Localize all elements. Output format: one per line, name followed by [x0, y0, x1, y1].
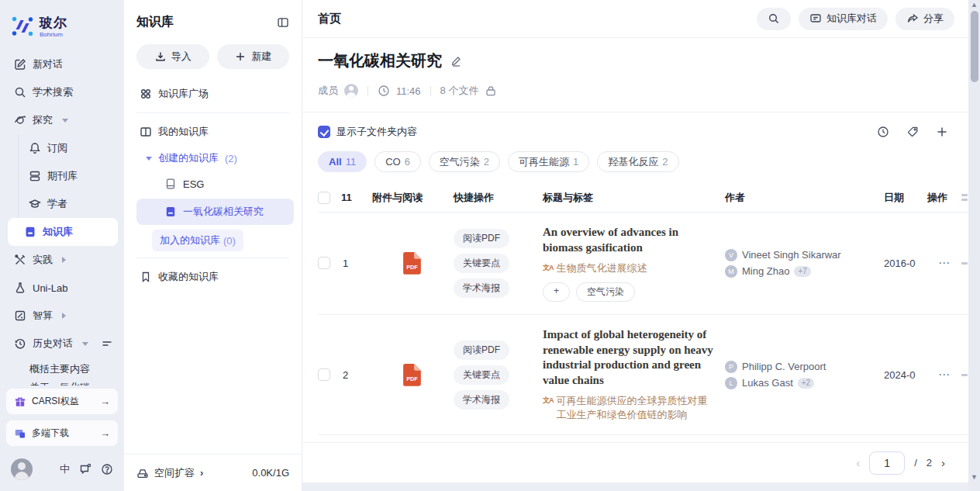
kb-chat-button[interactable]: 知识库对话	[799, 8, 888, 30]
col-quick-actions: 快捷操作	[454, 191, 543, 205]
share-button[interactable]: 分享	[895, 8, 954, 30]
my-kb-item[interactable]: 我的知识库	[124, 118, 302, 146]
history-item-summary[interactable]: 概括主要内容	[0, 358, 124, 381]
next-page-button[interactable]: ›	[941, 456, 945, 469]
storage-expand-link[interactable]: 空间扩容	[154, 466, 195, 480]
kb-item-esg[interactable]: ESG	[124, 171, 302, 197]
flask-icon	[14, 282, 26, 294]
kb-item-co-research[interactable]: 一氧化碳相关研究	[136, 199, 294, 225]
joined-kb-group[interactable]: 加入的知识库 (0)	[152, 230, 243, 251]
author-avatar: P	[725, 361, 737, 373]
row-more-button[interactable]: ⋯	[927, 256, 961, 270]
multi-device-download-banner[interactable]: 多端下载 →	[6, 420, 118, 446]
edit-icon	[14, 58, 26, 71]
table-body: 1 PDF 阅读PDF关键要点学术海报 An overview of advan…	[318, 213, 968, 435]
breadcrumb[interactable]: 首页	[318, 12, 341, 26]
sidebar-item-label: 学术搜索	[33, 85, 73, 99]
show-subfolders-checkbox[interactable]	[318, 126, 330, 138]
sort-by-time-icon[interactable]	[877, 126, 889, 138]
doc-title[interactable]: Impact of global heterogeneity of renewa…	[543, 327, 714, 389]
quick-action-关键要点[interactable]: 关键要点	[454, 254, 509, 273]
new-kb-button[interactable]: 新建	[217, 44, 290, 69]
title-cell: Impact of global heterogeneity of renewa…	[543, 327, 725, 423]
filter-pills: All11CO6空气污染2可再生能源1羟基化反应2	[318, 151, 968, 172]
row-checkbox[interactable]	[318, 257, 330, 269]
author-entry[interactable]: MMing Zhao+7	[725, 265, 879, 278]
more-authors-badge[interactable]: +2	[798, 378, 814, 389]
quick-action-学术海报[interactable]: 学术海报	[454, 390, 509, 410]
more-authors-badge[interactable]: +7	[794, 266, 810, 277]
favorite-kb-item[interactable]: 收藏的知识库	[124, 263, 302, 291]
tag-icon[interactable]	[906, 126, 919, 138]
add-file-icon[interactable]	[936, 126, 948, 138]
history-item-co[interactable]: 关于一氧化碳	[0, 381, 124, 386]
tag-pill-空气污染[interactable]: 空气污染	[576, 282, 635, 302]
select-all-checkbox[interactable]	[318, 192, 330, 204]
scroll-up-arrow[interactable]: ▲	[968, 1, 980, 9]
table-row[interactable]: 2 PDF 阅读PDF关键要点学术海报 Impact of global het…	[318, 315, 968, 436]
author-list: VVineet Singh SikarwarMMing Zhao+7	[725, 249, 884, 278]
sidebar-item-explore[interactable]: 探究	[0, 106, 124, 134]
sidebar-item-scholars[interactable]: 学者	[19, 190, 124, 218]
help-icon[interactable]	[101, 463, 113, 475]
search-button[interactable]	[757, 8, 791, 30]
pdf-file-icon[interactable]: PDF	[402, 363, 423, 387]
scroll-down-arrow[interactable]: ▼	[968, 473, 980, 481]
sidebar-item-uni-lab[interactable]: Uni-Lab	[0, 274, 124, 302]
language-toggle[interactable]: 中	[60, 462, 70, 476]
quick-action-关键要点[interactable]: 关键要点	[454, 365, 509, 385]
filter-pill-CO[interactable]: CO6	[374, 151, 421, 172]
filter-pill-可再生能源[interactable]: 可再生能源1	[508, 151, 589, 172]
ai-translate-icon: 文A	[543, 263, 554, 275]
history-item-label: 概括主要内容	[29, 362, 90, 376]
add-tag-button[interactable]: +	[543, 282, 570, 302]
brand-logo[interactable]: 玻尔 Bohrium	[0, 11, 124, 46]
filter-pill-All[interactable]: All11	[318, 151, 367, 172]
sidebar-item-academic-search[interactable]: 学术搜索	[0, 78, 124, 106]
kb-plaza-item[interactable]: 知识库广场	[124, 80, 302, 108]
sidebar-item-subscriptions[interactable]: 订阅	[19, 134, 124, 162]
col-count: 11	[341, 192, 372, 203]
storage-quota: 0.0K/1G	[252, 467, 289, 479]
filter-pill-空气污染[interactable]: 空气污染2	[429, 151, 500, 172]
row-more-button[interactable]: ⋯	[927, 368, 961, 382]
quick-action-阅读PDF[interactable]: 阅读PDF	[454, 229, 509, 248]
vertical-scrollbar[interactable]: ▲ ▼	[968, 0, 980, 491]
doc-subtitle-text: 可再生能源供应的全球异质性对重工业生产和绿色价值链的影响	[557, 394, 715, 422]
author-entry[interactable]: LLukas Gast+2	[725, 377, 879, 389]
carsi-benefits-banner[interactable]: CARSI权益 →	[6, 389, 118, 414]
horizontal-scrollbar[interactable]	[302, 482, 968, 491]
quick-action-阅读PDF[interactable]: 阅读PDF	[454, 341, 509, 360]
sidebar-item-journals[interactable]: 期刊库	[19, 162, 124, 190]
sidebar-item-ai-compute[interactable]: 智算	[0, 302, 124, 330]
author-list: PPhilipp C. VerpoortLLukas Gast+2	[725, 361, 884, 389]
row-checkbox[interactable]	[318, 368, 330, 381]
pdf-file-icon[interactable]: PDF	[402, 251, 423, 275]
table-row[interactable]: 1 PDF 阅读PDF关键要点学术海报 An overview of advan…	[318, 213, 968, 315]
sidebar-item-history[interactable]: 历史对话	[0, 330, 124, 358]
edit-title-icon[interactable]	[450, 55, 462, 67]
app-root: 玻尔 Bohrium 新对话 学术搜索 探究 订阅	[0, 0, 980, 491]
plaza-grid-icon	[140, 88, 152, 100]
collapse-panel-icon[interactable]	[277, 16, 289, 29]
doc-subtitle: 文A 可再生能源供应的全球异质性对重工业生产和绿色价值链的影响	[543, 394, 714, 422]
page-input[interactable]: 1	[869, 451, 905, 475]
quick-action-学术海报[interactable]: 学术海报	[454, 278, 509, 298]
sidebar-item-knowledge-base[interactable]: 知识库	[8, 218, 118, 246]
list-menu-icon[interactable]	[101, 337, 113, 350]
feedback-chat-icon[interactable]	[79, 463, 91, 475]
member-avatar[interactable]	[344, 84, 358, 98]
history-clock-icon	[14, 337, 26, 350]
sidebar-item-new-chat[interactable]: 新对话	[0, 50, 124, 78]
lock-icon	[485, 85, 497, 97]
user-avatar[interactable]	[11, 458, 33, 480]
created-kb-group[interactable]: 创建的知识库 (2)	[124, 146, 302, 171]
import-button[interactable]: 导入	[136, 44, 209, 69]
author-entry[interactable]: PPhilipp C. Verpoort	[725, 361, 879, 373]
author-entry[interactable]: VVineet Singh Sikarwar	[725, 249, 879, 261]
scrollbar-thumb[interactable]	[971, 11, 978, 82]
prev-page-button[interactable]: ‹	[856, 456, 860, 469]
filter-pill-羟基化反应[interactable]: 羟基化反应2	[597, 151, 678, 172]
sidebar-item-practice[interactable]: 实践	[0, 246, 124, 274]
doc-title[interactable]: An overview of advances in biomass gasif…	[543, 225, 714, 256]
